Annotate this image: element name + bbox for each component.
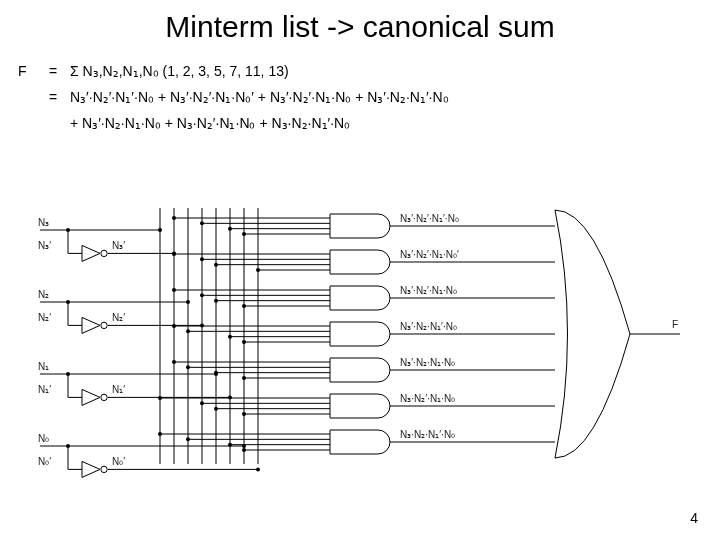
not-gate-icon: [82, 461, 100, 477]
svg-point-32: [228, 395, 232, 399]
and-output-label: N₃·N₂′·N₁·N₀: [400, 393, 455, 404]
svg-point-2: [158, 228, 162, 232]
svg-point-81: [242, 340, 246, 344]
or-gate-icon: [555, 210, 630, 458]
svg-point-43: [256, 467, 260, 471]
eq-equals-1: =: [46, 60, 60, 84]
input-label: N₂: [38, 289, 49, 300]
svg-point-101: [242, 412, 246, 416]
svg-point-21: [200, 323, 204, 327]
svg-point-49: [228, 227, 232, 231]
not-gate-icon: [82, 317, 100, 333]
and-gate-icon: [330, 394, 390, 418]
svg-point-6: [101, 250, 107, 256]
svg-point-55: [172, 252, 176, 256]
svg-point-89: [214, 371, 218, 375]
svg-point-51: [242, 232, 246, 236]
svg-point-105: [158, 432, 162, 436]
svg-text:N₀′: N₀′: [112, 456, 125, 467]
svg-point-26: [66, 372, 70, 376]
page-title: Minterm list -> canonical sum: [0, 10, 720, 44]
svg-point-111: [242, 448, 246, 452]
svg-point-109: [228, 443, 232, 447]
svg-point-69: [214, 299, 218, 303]
svg-point-77: [186, 329, 190, 333]
input-label: N₀: [38, 433, 49, 444]
svg-point-91: [242, 376, 246, 380]
svg-point-17: [101, 322, 107, 328]
svg-point-4: [66, 228, 70, 232]
svg-point-57: [200, 257, 204, 261]
eq-equals-2: =: [46, 86, 60, 110]
and-gate-icon: [330, 430, 390, 454]
and-output-label: N₃′·N₂·N₁′·N₀: [400, 321, 457, 332]
svg-point-87: [186, 365, 190, 369]
and-gate-icon: [330, 358, 390, 382]
svg-point-45: [172, 216, 176, 220]
svg-point-13: [186, 300, 190, 304]
equation-block: F = Σ N₃,N₂,N₁,N₀ (1, 2, 3, 5, 7, 11, 13…: [18, 60, 702, 137]
and-output-label: N₃′·N₂′·N₁·N₀′: [400, 249, 459, 260]
svg-point-28: [101, 394, 107, 400]
svg-text:N₃′: N₃′: [112, 240, 125, 251]
input-label: N₁′: [38, 384, 51, 395]
svg-point-99: [214, 407, 218, 411]
svg-point-95: [158, 396, 162, 400]
svg-point-79: [228, 335, 232, 339]
svg-text:N₁′: N₁′: [112, 384, 125, 395]
and-gate-icon: [330, 322, 390, 346]
svg-point-59: [214, 263, 218, 267]
svg-point-39: [101, 466, 107, 472]
eq-line3: + N₃′·N₂·N₁·N₀ + N₃·N₂′·N₁·N₀ + N₃·N₂·N₁…: [70, 112, 702, 136]
svg-point-85: [172, 360, 176, 364]
input-label: N₃′: [38, 240, 51, 251]
and-output-label: N₃′·N₂′·N₁′·N₀: [400, 213, 459, 224]
svg-point-97: [200, 401, 204, 405]
eq-line2: N₃′·N₂′·N₁′·N₀ + N₃′·N₂′·N₁·N₀′ + N₃′·N₂…: [70, 86, 702, 110]
and-output-label: N₃′·N₂′·N₁·N₀: [400, 285, 457, 296]
and-gate-icon: [330, 214, 390, 238]
svg-point-47: [200, 221, 204, 225]
and-gate-icon: [330, 286, 390, 310]
input-label: N₂′: [38, 312, 51, 323]
output-label: F: [672, 319, 678, 330]
svg-point-71: [242, 304, 246, 308]
svg-point-15: [66, 300, 70, 304]
svg-point-107: [186, 437, 190, 441]
and-output-label: N₃′·N₂·N₁·N₀: [400, 357, 455, 368]
eq-line1: Σ N₃,N₂,N₁,N₀ (1, 2, 3, 5, 7, 11, 13): [70, 60, 702, 84]
svg-point-61: [256, 268, 260, 272]
svg-point-75: [172, 324, 176, 328]
input-label: N₀′: [38, 456, 51, 467]
svg-point-65: [172, 288, 176, 292]
not-gate-icon: [82, 245, 100, 261]
logic-diagram: N₃N₃′N₃′N₂N₂′N₂′N₁N₁′N₁′N₀N₀′N₀′N₃′·N₂′·…: [30, 200, 690, 524]
svg-text:N₂′: N₂′: [112, 312, 125, 323]
and-output-label: N₃·N₂·N₁′·N₀: [400, 429, 455, 440]
svg-point-67: [200, 293, 204, 297]
not-gate-icon: [82, 389, 100, 405]
input-label: N₁: [38, 361, 49, 372]
and-gate-icon: [330, 250, 390, 274]
eq-lhs: F: [18, 60, 36, 84]
svg-point-37: [66, 444, 70, 448]
input-label: N₃: [38, 217, 49, 228]
page-number: 4: [690, 510, 698, 526]
